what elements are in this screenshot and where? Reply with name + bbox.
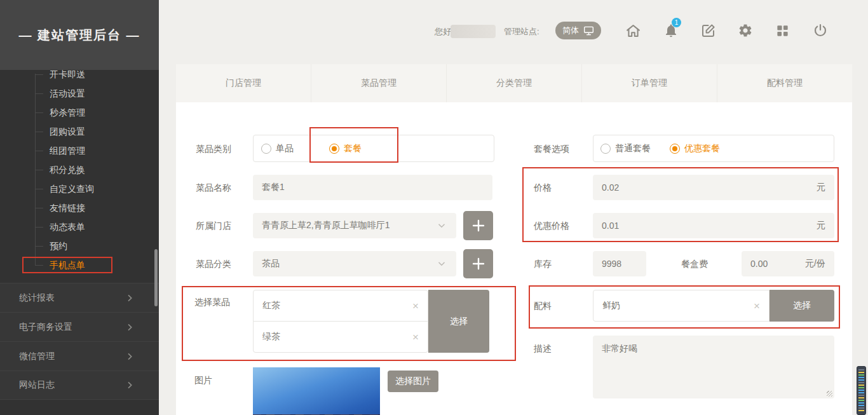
discount-price-value: 0.01 [602,221,619,231]
radio-icon [261,144,271,154]
app-title: — 建站管理后台 — [18,27,140,44]
plugin-stripes [858,369,864,412]
radio-combo[interactable]: 套餐 [329,143,362,154]
stock-input[interactable]: 9998 [593,251,646,276]
select-dishes-button[interactable]: 选择 [428,290,489,353]
language-label: 简体 [562,25,579,36]
description-textarea[interactable]: 非常好喝 [593,336,834,398]
radio-discount-combo[interactable]: 优惠套餐 [670,143,720,154]
ingredient-input[interactable]: 鲜奶 × [593,290,770,322]
discount-price-input[interactable]: 0.01 元 [593,213,834,238]
sidebar-item-mobile-order[interactable]: 手机点单 [0,255,159,275]
sidebar-item-group-buy[interactable]: 团购设置 [0,122,159,141]
tab-store-management[interactable]: 门店管理 [176,64,311,102]
box-fee-input[interactable]: 0.00 元/份 [742,251,834,276]
dish-category-value: 茶品 [262,258,280,269]
sidebar-sections: 统计报表 电子商务设置 微信管理 网站日志 [0,283,159,400]
chevron-down-icon [436,220,447,231]
sidebar: 统计报表 电子商务设置 微信管理 网站日志 [0,0,159,415]
sidebar-tree: 开卡即送 活动设置 秒杀管理 团购设置 组团管理 积分兑换 自定义查询 友情链接… [0,65,159,275]
user-name-redacted [451,25,496,38]
sidebar-item-flash-sale[interactable]: 秒杀管理 [0,103,159,122]
radio-normal-combo[interactable]: 普通套餐 [600,143,651,154]
field-label-price: 价格 [534,182,552,193]
tab-category-management[interactable]: 分类管理 [446,64,581,102]
store-select[interactable]: 青青原上草2,青青原上草咖啡厅1 [253,213,456,238]
select-ingredient-button[interactable]: 选择 [770,290,834,322]
selected-dish-name: 绿茶 [262,331,280,343]
tab-dish-management[interactable]: 菜品管理 [311,64,446,102]
radio-icon [329,144,339,154]
field-label-image: 图片 [194,374,212,386]
remove-icon[interactable]: × [412,332,419,343]
sidebar-item-friend-links[interactable]: 友情链接 [0,198,159,217]
sidebar-item-dynamic-form[interactable]: 动态表单 [0,217,159,236]
sidebar-item-points-exchange[interactable]: 积分兑换 [0,160,159,179]
selected-dish-row: 绿茶 × [253,321,428,353]
plus-icon [471,256,486,271]
site-label: 管理站点: [504,26,539,37]
gear-icon[interactable] [738,23,754,39]
combo-option-radio-group: 普通套餐 优惠套餐 [593,135,834,162]
chevron-right-icon [125,380,135,390]
remove-icon[interactable]: × [412,301,419,311]
field-label-box-fee: 餐盒费 [681,258,708,269]
language-button[interactable]: 简体 [555,22,601,39]
radio-label: 普通套餐 [615,143,651,154]
box-fee-value: 0.00 [750,259,768,269]
sidebar-item-activity-settings[interactable]: 活动设置 [0,84,159,103]
sidebar-section-label: 网站日志 [19,379,55,391]
power-icon[interactable] [813,23,829,39]
dish-photo [253,367,380,415]
price-input[interactable]: 0.02 元 [593,175,834,200]
radio-single-item[interactable]: 单品 [261,143,294,154]
sidebar-item-reservation[interactable]: 预约 [0,236,159,255]
remove-icon[interactable]: × [754,301,760,311]
sidebar-section-site-log[interactable]: 网站日志 [0,371,159,400]
sidebar-section-ecommerce[interactable]: 电子商务设置 [0,312,159,341]
add-dish-category-button[interactable] [463,249,493,278]
radio-label: 单品 [276,143,294,154]
field-label-select-dishes: 选择菜品 [194,296,230,308]
sidebar-section-wechat[interactable]: 微信管理 [0,341,159,371]
sidebar-item-custom-query[interactable]: 自定义查询 [0,179,159,198]
radio-label: 套餐 [344,143,362,154]
sidebar-section-label: 电子商务设置 [19,322,72,333]
chevron-right-icon [125,293,135,303]
field-label-name: 菜品名称 [196,182,231,193]
sidebar-header: — 建站管理后台 — [0,0,159,70]
add-store-button[interactable] [463,211,493,240]
apps-grid-icon[interactable] [775,24,792,40]
selected-dish-name: 红茶 [262,300,280,311]
radio-label: 优惠套餐 [684,143,720,154]
radio-icon [600,144,611,154]
sidebar-section-label: 统计报表 [19,292,55,304]
field-label-dish-category: 菜品分类 [196,258,231,269]
home-icon[interactable] [625,23,642,39]
sidebar-section-statistics[interactable]: 统计报表 [0,283,159,312]
tab-ingredient-management[interactable]: 配料管理 [717,64,852,102]
tab-order-management[interactable]: 订单管理 [581,64,717,102]
selected-dish-row: 红茶 × [253,290,428,322]
dish-category-select[interactable]: 茶品 [253,251,456,276]
price-unit: 元 [817,182,825,193]
sidebar-scrollbar[interactable] [154,249,158,306]
compose-icon[interactable] [701,23,717,39]
tab-bar: 门店管理 菜品管理 分类管理 订单管理 配料管理 [176,64,852,102]
field-label-ingredients: 配料 [534,300,552,311]
dish-name-value: 套餐1 [262,182,285,193]
stock-value: 9998 [602,259,621,269]
chevron-down-icon [436,258,447,269]
category-radio-group: 单品 套餐 [253,135,494,162]
field-label-combo-option: 套餐选项 [534,143,569,154]
field-label-discount-price: 优惠价格 [534,220,569,231]
field-label-description: 描述 [534,343,552,354]
field-label-stock: 库存 [534,258,552,269]
dish-name-input[interactable]: 套餐1 [253,175,492,200]
price-value: 0.02 [602,182,619,193]
sidebar-item-group-manage[interactable]: 组团管理 [0,141,159,160]
browser-plugin-widget[interactable] [857,366,866,415]
store-select-value: 青青原上草2,青青原上草咖啡厅1 [262,220,390,231]
select-image-button[interactable]: 选择图片 [388,371,438,392]
box-fee-unit: 元/份 [805,258,825,269]
